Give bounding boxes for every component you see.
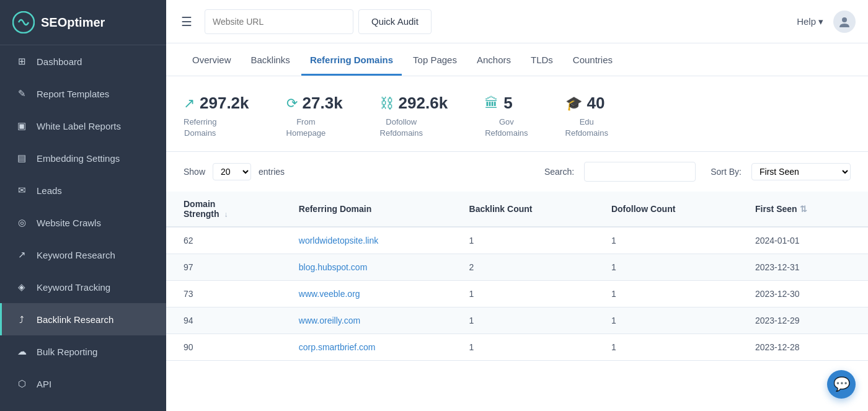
entries-select[interactable]: 102050100 xyxy=(213,163,251,180)
cell-strength: 94 xyxy=(166,307,289,334)
domain-link[interactable]: corp.smartbrief.com xyxy=(299,342,376,352)
nav-icon-backlink-research: ⤴ xyxy=(16,313,28,325)
table-row: 73 www.veeble.org 1 1 2023-12-30 xyxy=(166,281,868,307)
cell-backlinks: 1 xyxy=(459,307,601,334)
nav-label-bulk-reporting: Bulk Reporting xyxy=(37,347,97,357)
cell-domain[interactable]: worldwidetopsite.link xyxy=(289,227,459,254)
help-chevron-icon: ▾ xyxy=(818,16,823,27)
sidebar-item-report-templates[interactable]: ✎ Report Templates xyxy=(0,77,166,110)
nav-icon-report-templates: ✎ xyxy=(16,87,28,100)
sidebar-item-api[interactable]: ⬡ API xyxy=(0,368,166,400)
chat-button[interactable]: 💬 xyxy=(827,370,856,399)
cell-backlinks: 2 xyxy=(459,254,601,281)
nav-icon-dashboard: ⊞ xyxy=(16,55,28,68)
sidebar-item-bulk-reporting[interactable]: ☁ Bulk Reporting xyxy=(0,335,166,368)
nav-label-website-crawls: Website Crawls xyxy=(37,218,101,228)
table-row: 62 worldwidetopsite.link 1 1 2024-01-01 xyxy=(166,227,868,254)
nav-label-api: API xyxy=(37,379,51,389)
sort-select[interactable]: First SeenDomain StrengthBacklink CountD… xyxy=(751,163,851,180)
stat-icon-dofollow-refdomains: ⛓ xyxy=(380,95,394,112)
stat-value-referring-domains: 297.2k xyxy=(200,94,249,113)
table-header: DomainStrength ↓Referring DomainBacklink… xyxy=(166,192,868,227)
main-content: ☰ Quick Audit Help ▾ OverviewBacklinksRe… xyxy=(166,0,868,411)
sidebar-item-website-crawls[interactable]: ◎ Website Crawls xyxy=(0,206,166,239)
cell-strength: 73 xyxy=(166,281,289,307)
tab-tlds[interactable]: TLDs xyxy=(522,43,562,76)
cell-backlinks: 1 xyxy=(459,281,601,307)
stat-icon-gov-refdomains: 🏛 xyxy=(485,95,498,112)
logo-text: SEOptimer xyxy=(41,15,105,30)
sort-label: Sort By: xyxy=(711,167,742,177)
cell-strength: 62 xyxy=(166,227,289,254)
cell-domain[interactable]: www.oreilly.com xyxy=(289,307,459,334)
cell-strength: 90 xyxy=(166,334,289,361)
cell-first-seen: 2023-12-31 xyxy=(745,254,868,281)
table-body: 62 worldwidetopsite.link 1 1 2024-01-01 … xyxy=(166,227,868,361)
tab-top-pages[interactable]: Top Pages xyxy=(404,43,466,76)
stats-row: ↗ 297.2k ReferringDomains ⟳ 27.3k FromHo… xyxy=(166,76,868,152)
col-header-dofollow-count: Dofollow Count xyxy=(601,192,745,227)
sidebar-item-dashboard[interactable]: ⊞ Dashboard xyxy=(0,45,166,77)
nav-icon-embedding-settings: ▤ xyxy=(16,152,28,164)
sidebar-nav: ⊞ Dashboard ✎ Report Templates ▣ White L… xyxy=(0,45,166,400)
stat-value-row-referring-domains: ↗ 297.2k xyxy=(184,94,249,113)
cell-dofollow: 1 xyxy=(601,334,745,361)
quick-audit-button[interactable]: Quick Audit xyxy=(358,9,432,34)
stat-label-from-homepage: FromHomepage xyxy=(286,117,326,139)
user-icon xyxy=(838,15,851,29)
stat-label-edu-refdomains: EduRefdomains xyxy=(565,117,608,139)
filter-icon[interactable]: ⇅ xyxy=(800,204,807,214)
cell-first-seen: 2023-12-29 xyxy=(745,307,868,334)
tabs-bar: OverviewBacklinksReferring DomainsTop Pa… xyxy=(166,43,868,76)
page-content: OverviewBacklinksReferring DomainsTop Pa… xyxy=(166,43,868,411)
cell-domain[interactable]: blog.hubspot.com xyxy=(289,254,459,281)
sidebar-item-white-label-reports[interactable]: ▣ White Label Reports xyxy=(0,110,166,142)
tab-countries[interactable]: Countries xyxy=(564,43,621,76)
domain-link[interactable]: worldwidetopsite.link xyxy=(299,236,378,245)
domain-link[interactable]: blog.hubspot.com xyxy=(299,262,368,272)
col-header-backlink-count: Backlink Count xyxy=(459,192,601,227)
col-header-first-seen[interactable]: First Seen ⇅ xyxy=(745,192,868,227)
user-avatar[interactable] xyxy=(833,11,856,33)
table-row: 90 corp.smartbrief.com 1 1 2023-12-28 xyxy=(166,334,868,361)
cell-domain[interactable]: www.veeble.org xyxy=(289,281,459,307)
tab-referring-domains[interactable]: Referring Domains xyxy=(301,43,402,76)
stat-value-row-edu-refdomains: 🎓 40 xyxy=(565,94,605,113)
col-header-referring-domain: Referring Domain xyxy=(289,192,459,227)
url-input[interactable] xyxy=(205,9,353,34)
sidebar-item-embedding-settings[interactable]: ▤ Embedding Settings xyxy=(0,142,166,174)
sidebar-item-backlink-research[interactable]: ⤴ Backlink Research xyxy=(0,303,166,335)
stat-edu-refdomains: 🎓 40 EduRefdomains xyxy=(565,94,608,139)
stat-value-from-homepage: 27.3k xyxy=(303,94,343,113)
stat-label-referring-domains: ReferringDomains xyxy=(184,117,216,139)
cell-first-seen: 2023-12-30 xyxy=(745,281,868,307)
stat-value-row-dofollow-refdomains: ⛓ 292.6k xyxy=(380,94,448,113)
tab-backlinks[interactable]: Backlinks xyxy=(242,43,299,76)
domain-link[interactable]: www.veeble.org xyxy=(299,289,360,299)
nav-icon-api: ⬡ xyxy=(16,378,28,390)
sidebar: SEOptimer ⊞ Dashboard ✎ Report Templates… xyxy=(0,0,166,411)
sidebar-item-leads[interactable]: ✉ Leads xyxy=(0,174,166,206)
search-input[interactable] xyxy=(584,162,696,182)
help-label: Help xyxy=(797,16,816,27)
cell-dofollow: 1 xyxy=(601,227,745,254)
stat-value-dofollow-refdomains: 292.6k xyxy=(399,94,448,113)
sidebar-item-keyword-tracking[interactable]: ◈ Keyword Tracking xyxy=(0,271,166,303)
table-row: 97 blog.hubspot.com 2 1 2023-12-31 xyxy=(166,254,868,281)
domain-link[interactable]: www.oreilly.com xyxy=(299,316,360,325)
nav-icon-keyword-research: ↗ xyxy=(16,249,28,261)
help-button[interactable]: Help ▾ xyxy=(797,16,823,27)
cell-strength: 97 xyxy=(166,254,289,281)
cell-dofollow: 1 xyxy=(601,307,745,334)
cell-domain[interactable]: corp.smartbrief.com xyxy=(289,334,459,361)
entries-label: entries xyxy=(259,167,285,177)
nav-label-keyword-tracking: Keyword Tracking xyxy=(37,282,110,293)
nav-icon-website-crawls: ◎ xyxy=(16,216,28,229)
show-label: Show xyxy=(184,167,205,177)
tab-overview[interactable]: Overview xyxy=(184,43,240,76)
col-header-domain-strength[interactable]: DomainStrength ↓ xyxy=(166,192,289,227)
tab-anchors[interactable]: Anchors xyxy=(468,43,520,76)
sidebar-item-keyword-research[interactable]: ↗ Keyword Research xyxy=(0,239,166,271)
nav-icon-white-label-reports: ▣ xyxy=(16,120,28,132)
hamburger-button[interactable]: ☰ xyxy=(179,12,195,32)
